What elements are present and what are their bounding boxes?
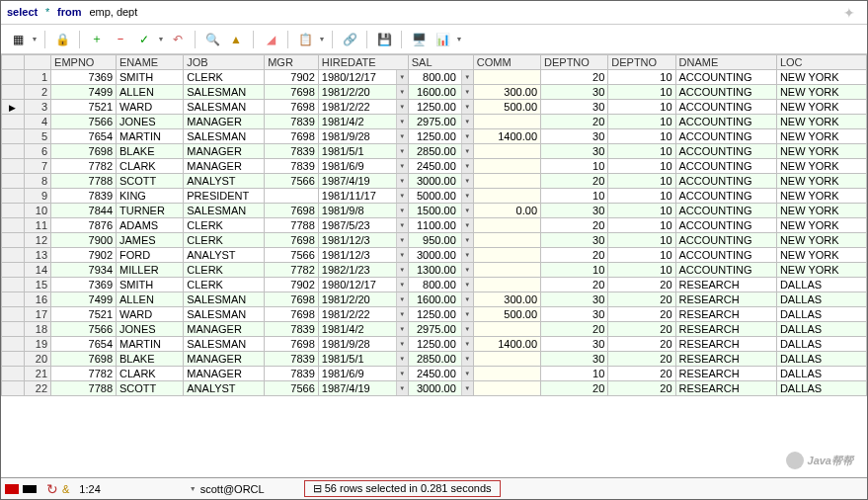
cell-comm[interactable] — [473, 218, 540, 233]
cell-deptno1[interactable]: 30 — [541, 144, 608, 159]
cell-mgr[interactable]: 7698 — [265, 233, 319, 248]
cell-loc[interactable]: NEW YORK — [776, 70, 866, 85]
cell-job[interactable]: ANALYST — [184, 381, 265, 396]
lock-button[interactable]: 🔒 — [51, 30, 73, 49]
cell-empno[interactable]: 7369 — [51, 70, 117, 85]
cell-ename[interactable]: SCOTT — [117, 174, 184, 189]
cell-job[interactable]: MANAGER — [184, 322, 265, 337]
cell-loc[interactable]: DALLAS — [776, 337, 866, 352]
cell-deptno1[interactable]: 30 — [541, 204, 608, 218]
cell-loc[interactable]: NEW YORK — [776, 129, 866, 144]
cell-sal[interactable]: 800.00▼ — [408, 70, 473, 85]
column-header[interactable]: EMPNO — [51, 55, 117, 70]
cell-dropdown-icon[interactable]: ▼ — [461, 248, 473, 262]
cell-dname[interactable]: ACCOUNTING — [675, 115, 776, 129]
cell-hiredate[interactable]: 1981/4/2▼ — [318, 322, 408, 337]
cell-mgr[interactable]: 7698 — [265, 100, 319, 115]
cell-ename[interactable]: ADAMS — [117, 218, 184, 233]
cell-sal[interactable]: 3000.00▼ — [408, 174, 473, 189]
cell-dropdown-icon[interactable]: ▼ — [396, 129, 408, 143]
cell-comm[interactable]: 500.00 — [473, 100, 540, 115]
cell-dname[interactable]: RESEARCH — [675, 381, 776, 396]
cell-hiredate[interactable]: 1987/4/19▼ — [318, 174, 408, 189]
cell-empno[interactable]: 7654 — [51, 337, 117, 352]
cell-dropdown-icon[interactable]: ▼ — [396, 322, 408, 336]
clear-button[interactable]: ◢ — [260, 30, 281, 49]
cell-hiredate[interactable]: 1981/9/8▼ — [318, 204, 408, 218]
cell-sal[interactable]: 2450.00▼ — [408, 159, 473, 174]
autorefresh-icon[interactable]: & — [62, 483, 69, 495]
cell-deptno1[interactable]: 20 — [541, 248, 608, 263]
cell-comm[interactable] — [473, 381, 540, 396]
stop-icon[interactable] — [5, 484, 19, 494]
cell-dname[interactable]: ACCOUNTING — [675, 233, 776, 248]
cell-comm[interactable] — [473, 352, 540, 367]
cell-empno[interactable]: 7521 — [51, 100, 117, 115]
cell-mgr[interactable]: 7902 — [265, 278, 319, 292]
cell-deptno1[interactable]: 20 — [541, 70, 608, 85]
table-row[interactable]: 207698BLAKEMANAGER78391981/5/1▼2850.00▼3… — [2, 352, 867, 367]
cell-sal[interactable]: 2850.00▼ — [408, 352, 473, 367]
cell-job[interactable]: ANALYST — [184, 174, 265, 189]
cell-hiredate[interactable]: 1981/12/3▼ — [318, 248, 408, 263]
cell-deptno2[interactable]: 10 — [608, 189, 675, 204]
grid-view-button[interactable]: ▦ — [7, 30, 29, 49]
cell-mgr[interactable]: 7839 — [265, 159, 319, 174]
cell-loc[interactable]: DALLAS — [776, 307, 866, 322]
cell-deptno2[interactable]: 10 — [608, 129, 675, 144]
cell-deptno2[interactable]: 10 — [608, 70, 675, 85]
cell-deptno2[interactable]: 20 — [608, 278, 675, 292]
cell-hiredate[interactable]: 1987/4/19▼ — [318, 381, 408, 396]
cell-dropdown-icon[interactable]: ▼ — [396, 337, 408, 351]
cell-hiredate[interactable]: 1982/1/23▼ — [318, 263, 408, 278]
table-row[interactable]: 227788SCOTTANALYST75661987/4/19▼3000.00▼… — [2, 381, 867, 396]
cell-deptno2[interactable]: 20 — [608, 292, 675, 307]
table-row[interactable]: 197654MARTINSALESMAN76981981/9/28▼1250.0… — [2, 337, 867, 352]
cell-hiredate[interactable]: 1981/6/9▼ — [318, 159, 408, 174]
cell-comm[interactable] — [473, 189, 540, 204]
chart-button[interactable]: 📊 — [432, 30, 453, 49]
cell-deptno1[interactable]: 20 — [541, 381, 608, 396]
column-header[interactable]: HIREDATE — [318, 55, 408, 70]
cell-sal[interactable]: 3000.00▼ — [408, 381, 473, 396]
cell-deptno2[interactable]: 20 — [608, 322, 675, 337]
cell-mgr[interactable]: 7566 — [265, 381, 319, 396]
sql-editor[interactable]: select * from emp, dept ✦ — [1, 1, 867, 25]
cell-dropdown-icon[interactable]: ▼ — [461, 278, 473, 292]
cell-dropdown-icon[interactable]: ▼ — [461, 218, 473, 232]
cell-dropdown-icon[interactable]: ▼ — [461, 100, 473, 114]
cell-dname[interactable]: RESEARCH — [675, 292, 776, 307]
dropdown-icon[interactable]: ▼ — [190, 485, 197, 492]
cell-ename[interactable]: ALLEN — [117, 292, 184, 307]
commit-button[interactable]: ✓ — [133, 30, 155, 49]
cell-job[interactable]: MANAGER — [184, 159, 265, 174]
cell-comm[interactable] — [473, 367, 540, 381]
single-record-button[interactable]: 📋 — [294, 30, 316, 49]
cell-comm[interactable] — [473, 248, 540, 263]
cell-loc[interactable]: DALLAS — [776, 381, 866, 396]
cell-comm[interactable]: 300.00 — [473, 85, 540, 100]
cell-dname[interactable]: ACCOUNTING — [675, 70, 776, 85]
cell-empno[interactable]: 7782 — [51, 159, 117, 174]
cell-hiredate[interactable]: 1981/9/28▼ — [318, 337, 408, 352]
cell-hiredate[interactable]: 1987/5/23▼ — [318, 218, 408, 233]
cell-comm[interactable]: 1400.00 — [473, 337, 540, 352]
cell-deptno2[interactable]: 20 — [608, 352, 675, 367]
table-row[interactable]: 87788SCOTTANALYST75661987/4/19▼3000.00▼2… — [2, 174, 867, 189]
table-row[interactable]: 137902FORDANALYST75661981/12/3▼3000.00▼2… — [2, 248, 867, 263]
cell-sal[interactable]: 5000.00▼ — [408, 189, 473, 204]
cell-dname[interactable]: ACCOUNTING — [675, 159, 776, 174]
cell-ename[interactable]: MARTIN — [117, 129, 184, 144]
cell-hiredate[interactable]: 1981/5/1▼ — [318, 144, 408, 159]
cell-empno[interactable]: 7499 — [51, 85, 117, 100]
cell-dname[interactable]: ACCOUNTING — [675, 204, 776, 218]
cell-ename[interactable]: BLAKE — [117, 144, 184, 159]
cell-dropdown-icon[interactable]: ▼ — [396, 204, 408, 217]
column-header[interactable]: DEPTNO — [608, 55, 675, 70]
cell-empno[interactable]: 7566 — [51, 322, 117, 337]
cell-deptno2[interactable]: 10 — [608, 233, 675, 248]
cell-deptno1[interactable]: 20 — [541, 174, 608, 189]
cell-sal[interactable]: 2975.00▼ — [408, 322, 473, 337]
cell-job[interactable]: SALESMAN — [184, 204, 265, 218]
cell-dropdown-icon[interactable]: ▼ — [461, 322, 473, 336]
